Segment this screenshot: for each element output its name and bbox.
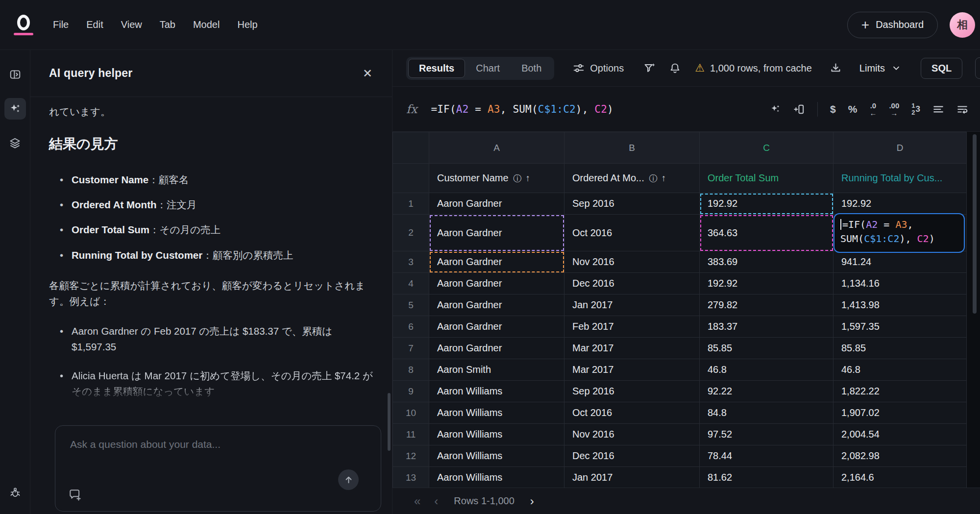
send-button[interactable]	[338, 469, 359, 490]
ai-sparkles-icon[interactable]	[4, 98, 26, 120]
notification-bell-icon[interactable]	[669, 62, 681, 74]
column-header-D[interactable]: Running Total by Cus...	[833, 164, 967, 193]
menu-edit[interactable]: Edit	[79, 14, 110, 35]
panel-toggle-icon[interactable]	[4, 64, 26, 85]
formula-text[interactable]: =IF(A2 = A3, SUM(C$1:C2), C2)	[431, 103, 613, 115]
cell-C4[interactable]: 192.92	[700, 273, 833, 294]
cell-B5[interactable]: Jan 2017	[564, 294, 700, 316]
menu-tab[interactable]: Tab	[153, 14, 182, 35]
cell-D11[interactable]: 2,004.54	[833, 424, 967, 445]
column-header-C[interactable]: Order Total Sum	[700, 164, 833, 193]
grid-scrollbar[interactable]	[973, 134, 977, 314]
row-number[interactable]: 13	[393, 467, 429, 488]
menu-view[interactable]: View	[114, 14, 149, 35]
info-icon[interactable]: ⓘ	[514, 174, 522, 183]
cell-A3[interactable]: Aaron Gardner	[429, 251, 564, 273]
cell-C6[interactable]: 183.37	[700, 316, 833, 338]
prev-page-button[interactable]: ‹	[427, 494, 445, 508]
cell-C13[interactable]: 81.62	[700, 467, 833, 488]
number-format-icon[interactable]: 123	[911, 102, 920, 116]
sort-asc-icon[interactable]: ↑	[526, 173, 531, 183]
cell-A11[interactable]: Aaron Williams	[429, 424, 564, 445]
close-icon[interactable]: ✕	[361, 65, 374, 82]
cell-D1[interactable]: 192.92	[833, 193, 967, 215]
cell-A9[interactable]: Aaron Williams	[429, 381, 564, 402]
column-letter-A[interactable]: A	[429, 132, 564, 164]
avatar[interactable]: 相	[950, 12, 975, 38]
options-button[interactable]: Options	[573, 62, 624, 74]
sort-asc-icon[interactable]: ↑	[662, 173, 666, 183]
cell-B4[interactable]: Dec 2016	[564, 273, 700, 294]
next-page-button[interactable]: ›	[523, 494, 541, 508]
row-number[interactable]: 3	[393, 251, 429, 273]
cell-D13[interactable]: 2,164.6	[833, 467, 967, 488]
cell-C2[interactable]: 364.63	[700, 215, 833, 251]
cell-C7[interactable]: 85.85	[700, 338, 833, 359]
new-dashboard-button[interactable]: + Dashboard	[847, 12, 938, 38]
cell-C8[interactable]: 46.8	[700, 359, 833, 381]
insert-column-icon[interactable]	[793, 103, 805, 115]
row-number[interactable]: 4	[393, 273, 429, 294]
cell-C10[interactable]: 84.8	[700, 402, 833, 424]
percent-format-icon[interactable]: %	[848, 103, 858, 115]
add-context-chat-icon[interactable]	[68, 488, 81, 501]
cell-A1[interactable]: Aaron Gardner	[429, 193, 564, 215]
cell-D9[interactable]: 1,822.22	[833, 381, 967, 402]
column-letter-D[interactable]: D	[833, 132, 967, 164]
cell-C9[interactable]: 92.22	[700, 381, 833, 402]
cell-B1[interactable]: Sep 2016	[564, 193, 700, 215]
cell-B3[interactable]: Nov 2016	[564, 251, 700, 273]
decrease-decimal-icon[interactable]: .0←	[869, 102, 877, 117]
bug-report-icon[interactable]	[4, 482, 26, 503]
cell-A8[interactable]: Aaron Smith	[429, 359, 564, 381]
cell-B10[interactable]: Oct 2016	[564, 402, 700, 424]
cell-D7[interactable]: 85.85	[833, 338, 967, 359]
menu-file[interactable]: File	[46, 14, 75, 35]
cell-C3[interactable]: 383.69	[700, 251, 833, 273]
row-number[interactable]: 2	[393, 215, 429, 251]
tab-chart[interactable]: Chart	[465, 59, 511, 78]
panel-scrollbar[interactable]	[388, 393, 391, 451]
cell-A7[interactable]: Aaron Gardner	[429, 338, 564, 359]
cell-D6[interactable]: 1,597.35	[833, 316, 967, 338]
column-header-B[interactable]: Ordered At Mo...ⓘ↑	[564, 164, 700, 193]
cell-B7[interactable]: Mar 2017	[564, 338, 700, 359]
column-header-A[interactable]: Customer Nameⓘ↑	[429, 164, 564, 193]
row-number[interactable]: 1	[393, 193, 429, 215]
limits-dropdown[interactable]: Limits	[859, 63, 901, 74]
ai-format-sparkle-icon[interactable]	[770, 103, 781, 115]
sql-button[interactable]: SQL	[921, 58, 962, 79]
align-icon[interactable]	[932, 103, 944, 115]
cell-A10[interactable]: Aaron Williams	[429, 402, 564, 424]
column-letter-C[interactable]: C	[700, 132, 833, 164]
row-number[interactable]: 5	[393, 294, 429, 316]
cell-A6[interactable]: Aaron Gardner	[429, 316, 564, 338]
cell-D10[interactable]: 1,907.02	[833, 402, 967, 424]
column-letter-B[interactable]: B	[564, 132, 700, 164]
cell-B11[interactable]: Nov 2016	[564, 424, 700, 445]
cell-D12[interactable]: 2,082.98	[833, 445, 967, 467]
row-number[interactable]: 12	[393, 445, 429, 467]
cell-D5[interactable]: 1,413.98	[833, 294, 967, 316]
wrap-text-icon[interactable]	[956, 103, 968, 115]
row-number[interactable]: 11	[393, 424, 429, 445]
cell-A13[interactable]: Aaron Williams	[429, 467, 564, 488]
cell-A5[interactable]: Aaron Gardner	[429, 294, 564, 316]
cell-D8[interactable]: 46.8	[833, 359, 967, 381]
cell-B8[interactable]: Mar 2017	[564, 359, 700, 381]
row-number[interactable]: 7	[393, 338, 429, 359]
clipped-edge-button[interactable]	[975, 57, 980, 79]
currency-format-icon[interactable]: $	[830, 103, 836, 115]
layers-icon[interactable]	[4, 132, 26, 154]
cell-A12[interactable]: Aaron Williams	[429, 445, 564, 467]
download-icon[interactable]	[830, 62, 842, 74]
increase-decimal-icon[interactable]: .00→	[889, 102, 899, 117]
app-logo-icon[interactable]	[13, 15, 34, 35]
cell-D2[interactable]: =IF(A2 = A3,SUM(C$1:C2), C2)	[833, 215, 967, 251]
filter-sparkle-icon[interactable]	[643, 62, 656, 74]
ask-question-input[interactable]: Ask a question about your data...	[55, 425, 381, 512]
tab-both[interactable]: Both	[511, 59, 552, 78]
cell-A2[interactable]: Aaron Gardner	[429, 215, 564, 251]
cell-C11[interactable]: 97.52	[700, 424, 833, 445]
cell-A4[interactable]: Aaron Gardner	[429, 273, 564, 294]
